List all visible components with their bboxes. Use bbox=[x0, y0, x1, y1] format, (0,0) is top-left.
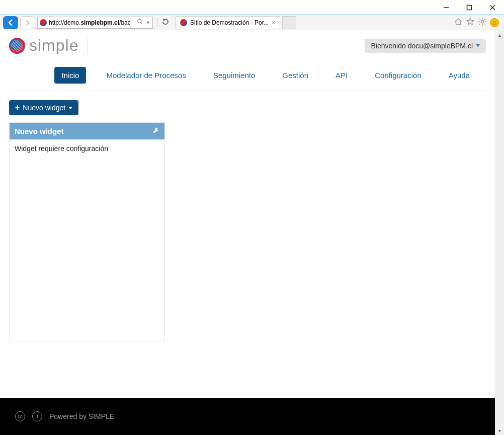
attribution-icon[interactable]: i bbox=[32, 411, 42, 421]
main-nav: Inicio Modelador de Procesos Seguimiento… bbox=[9, 58, 486, 91]
page-header: simple Bienvenido docu@simpleBPM.cl bbox=[0, 30, 495, 58]
svg-rect-1 bbox=[467, 5, 472, 10]
new-widget-button-label: Nuevo widget bbox=[23, 104, 65, 112]
svg-line-5 bbox=[141, 23, 142, 24]
toolbar-separator bbox=[157, 18, 157, 27]
brand-logo[interactable]: simple bbox=[9, 36, 88, 55]
browser-forward-button[interactable] bbox=[20, 16, 35, 29]
nav-modelador[interactable]: Modelador de Procesos bbox=[99, 67, 193, 84]
widget-header[interactable]: Nuevo widget bbox=[10, 123, 164, 139]
search-icon[interactable] bbox=[137, 19, 143, 26]
favorites-icon[interactable] bbox=[466, 17, 475, 28]
browser-tab-active[interactable]: Sitio de Demostración - Por... × bbox=[176, 16, 280, 29]
home-icon[interactable] bbox=[454, 17, 463, 28]
window-close-button[interactable] bbox=[481, 0, 504, 15]
new-widget-button[interactable]: + Nuevo widget bbox=[9, 100, 78, 115]
widget-title: Nuevo widget bbox=[15, 127, 64, 135]
widget-body: Widget requiere configuración bbox=[10, 139, 164, 341]
plus-icon: + bbox=[15, 104, 20, 112]
tools-gear-icon[interactable] bbox=[478, 17, 487, 28]
page-footer: cc i Powered by SIMPLE bbox=[0, 398, 495, 435]
svg-line-14 bbox=[484, 19, 485, 20]
user-greeting: Bienvenido docu@simpleBPM.cl bbox=[371, 42, 473, 50]
tab-title: Sitio de Demostración - Por... bbox=[190, 19, 269, 26]
page-body: simple Bienvenido docu@simpleBPM.cl Inic… bbox=[0, 30, 495, 435]
window-maximize-button[interactable] bbox=[458, 0, 481, 15]
window-titlebar bbox=[0, 0, 504, 15]
dropdown-icon[interactable]: ▼ bbox=[146, 20, 150, 25]
browser-back-button[interactable] bbox=[3, 16, 18, 29]
nav-configuracion[interactable]: Configuración bbox=[368, 67, 429, 84]
svg-line-13 bbox=[479, 23, 480, 24]
scroll-down-icon[interactable]: ▾ bbox=[495, 426, 504, 435]
chevron-down-icon bbox=[476, 44, 480, 47]
user-menu[interactable]: Bienvenido docu@simpleBPM.cl bbox=[365, 39, 486, 53]
svg-point-6 bbox=[481, 20, 483, 23]
address-bar[interactable]: http://demo.simplebpm.cl/bac ▼ bbox=[37, 17, 153, 29]
browser-toolbar: http://demo.simplebpm.cl/bac ▼ Sitio de … bbox=[0, 15, 504, 30]
content-area: + Nuevo widget Nuevo widget Widget requi… bbox=[0, 91, 495, 350]
new-tab-button[interactable] bbox=[282, 16, 296, 29]
vertical-scrollbar[interactable]: ▴ ▾ bbox=[495, 30, 504, 435]
nav-api[interactable]: API bbox=[328, 67, 355, 84]
nav-inicio[interactable]: Inicio bbox=[54, 67, 86, 84]
tab-close-icon[interactable]: × bbox=[272, 19, 276, 26]
svg-line-12 bbox=[484, 23, 485, 24]
address-bar-text: http://demo.simplebpm.cl/bac bbox=[49, 19, 135, 26]
site-favicon-icon bbox=[40, 19, 47, 26]
svg-point-4 bbox=[138, 20, 141, 23]
nav-gestion[interactable]: Gestión bbox=[275, 67, 315, 84]
window-minimize-button[interactable] bbox=[435, 0, 458, 15]
nav-seguimiento[interactable]: Seguimiento bbox=[206, 67, 262, 84]
wrench-icon[interactable] bbox=[152, 127, 159, 135]
footer-text[interactable]: Powered by SIMPLE bbox=[49, 412, 114, 420]
chevron-down-icon bbox=[68, 107, 72, 109]
svg-line-11 bbox=[479, 19, 480, 20]
brand-logo-icon bbox=[9, 38, 25, 54]
nav-ayuda[interactable]: Ayuda bbox=[442, 67, 477, 84]
brand-divider bbox=[88, 37, 88, 54]
scroll-up-icon[interactable]: ▴ bbox=[495, 30, 504, 39]
address-bar-controls: ▼ bbox=[137, 19, 150, 26]
feedback-smiley-icon[interactable]: ☺ bbox=[490, 18, 499, 27]
widget-body-text: Widget requiere configuración bbox=[15, 144, 108, 153]
refresh-button[interactable] bbox=[161, 18, 170, 28]
cc-license-icon[interactable]: cc bbox=[15, 411, 25, 421]
widget-panel: Nuevo widget Widget requiere configuraci… bbox=[9, 122, 165, 341]
tab-favicon-icon bbox=[180, 19, 187, 26]
brand-name: simple bbox=[29, 36, 78, 55]
